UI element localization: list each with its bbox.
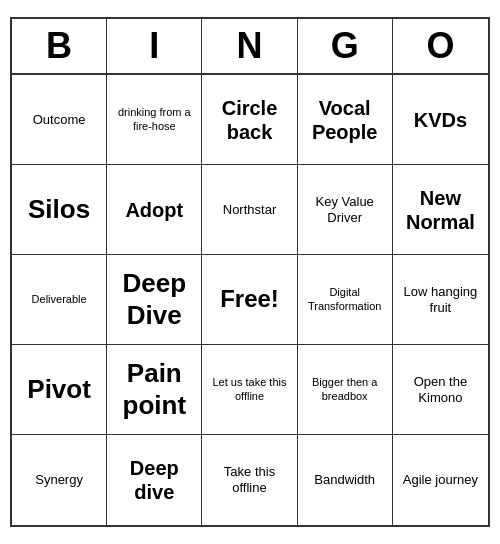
- header-letter: G: [298, 19, 393, 73]
- bingo-cell: drinking from a fire-hose: [107, 75, 202, 165]
- bingo-cell: Agile journey: [393, 435, 488, 525]
- bingo-cell: Deep dive: [107, 435, 202, 525]
- bingo-cell: Adopt: [107, 165, 202, 255]
- bingo-cell: Let us take this offline: [202, 345, 297, 435]
- bingo-cell: Northstar: [202, 165, 297, 255]
- header-letter: B: [12, 19, 107, 73]
- bingo-cell: Bandwidth: [298, 435, 393, 525]
- bingo-cell: New Normal: [393, 165, 488, 255]
- bingo-cell: Deliverable: [12, 255, 107, 345]
- header-letter: O: [393, 19, 488, 73]
- bingo-cell: Synergy: [12, 435, 107, 525]
- bingo-card: BINGO Outcomedrinking from a fire-hoseCi…: [10, 17, 490, 527]
- bingo-cell: Circle back: [202, 75, 297, 165]
- bingo-cell: Outcome: [12, 75, 107, 165]
- bingo-cell: Silos: [12, 165, 107, 255]
- bingo-cell: Open the Kimono: [393, 345, 488, 435]
- bingo-cell: Deep Dive: [107, 255, 202, 345]
- bingo-cell: Pivot: [12, 345, 107, 435]
- bingo-cell: Pain point: [107, 345, 202, 435]
- bingo-cell: Key Value Driver: [298, 165, 393, 255]
- bingo-cell: Free!: [202, 255, 297, 345]
- bingo-cell: Take this offline: [202, 435, 297, 525]
- header-letter: N: [202, 19, 297, 73]
- bingo-cell: KVDs: [393, 75, 488, 165]
- bingo-cell: Vocal People: [298, 75, 393, 165]
- bingo-grid: Outcomedrinking from a fire-hoseCircle b…: [12, 75, 488, 525]
- bingo-cell: Low hanging fruit: [393, 255, 488, 345]
- bingo-cell: Bigger then a breadbox: [298, 345, 393, 435]
- header-row: BINGO: [12, 19, 488, 75]
- header-letter: I: [107, 19, 202, 73]
- bingo-cell: Digital Transformation: [298, 255, 393, 345]
